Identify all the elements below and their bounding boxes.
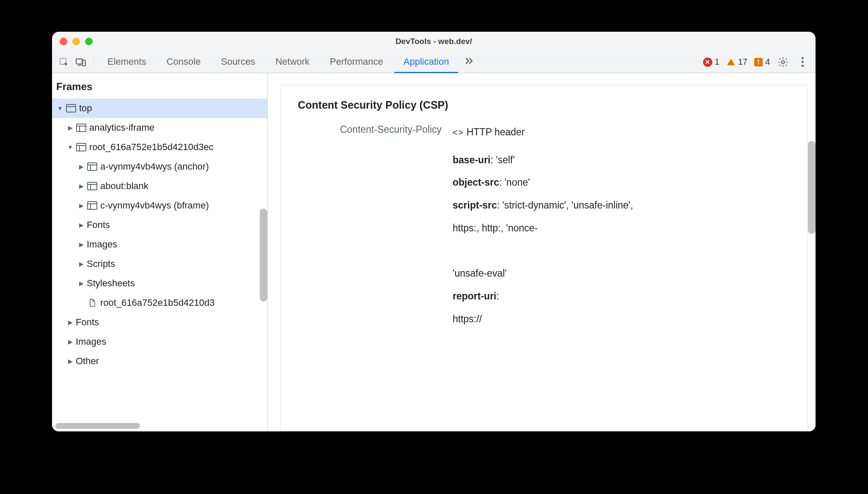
csp-directive (453, 242, 791, 260)
frames-sidebar: Frames topanalytics-iframeroot_616a752e1… (52, 73, 268, 431)
svg-rect-15 (88, 182, 97, 190)
issue-count[interactable]: ! 4 (754, 57, 770, 67)
csp-source-label: HTTP header (467, 123, 525, 142)
csp-directive: report-uri: (453, 287, 791, 306)
tab-elements[interactable]: Elements (98, 52, 156, 73)
sidebar-vertical-scrollbar[interactable] (260, 209, 267, 302)
tab-console[interactable]: Console (157, 52, 210, 73)
tree-row[interactable]: Stylesheets (52, 274, 267, 293)
fullscreen-window-button[interactable] (85, 38, 93, 45)
doc-icon (87, 299, 98, 307)
csp-header-key: Content-Security-Policy (298, 123, 442, 135)
csp-directive: https:// (453, 310, 791, 329)
frame-icon (87, 201, 98, 210)
csp-directive: script-src: 'strict-dynamic', 'unsafe-in… (453, 196, 791, 215)
tree-row[interactable]: a-vynmy4vb4wys (anchor) (52, 157, 267, 176)
window-traffic-lights (60, 38, 93, 45)
disclosure-triangle-icon[interactable] (57, 105, 63, 112)
disclosure-triangle-icon[interactable] (78, 183, 84, 189)
tree-row-label: root_616a752e1b5d4210d3ec (89, 142, 214, 153)
tree-row[interactable]: c-vynmy4vb4wys (bframe) (52, 196, 267, 215)
disclosure-triangle-icon[interactable] (67, 319, 73, 326)
code-icon: < > (453, 124, 462, 140)
tree-row-label: Scripts (87, 258, 115, 269)
toolbar-divider (93, 56, 94, 68)
svg-rect-4 (66, 104, 76, 112)
panel-tabs: Elements Console Sources Network Perform… (98, 51, 478, 73)
status-counts: ✕ 1 17 ! 4 (703, 57, 770, 67)
devtools-window: DevTools - web.dev/ Elements Console Sou… (52, 32, 816, 431)
more-menu-button[interactable] (795, 55, 810, 69)
disclosure-triangle-icon[interactable] (78, 163, 84, 170)
tab-application[interactable]: Application (394, 52, 459, 73)
tree-row-label: Images (76, 336, 106, 347)
element-picker-icon[interactable] (55, 54, 72, 71)
tree-row[interactable]: Fonts (52, 215, 267, 235)
tree-row[interactable]: Images (52, 235, 267, 254)
tree-row-label: Stylesheets (87, 278, 135, 289)
main-panel: Content Security Policy (CSP) Content-Se… (268, 73, 816, 431)
svg-rect-9 (77, 143, 86, 151)
csp-header-row: Content-Security-Policy < > HTTP header … (298, 123, 791, 332)
titlebar: DevTools - web.dev/ (52, 32, 816, 51)
tree-row-label: analytics-iframe (89, 122, 154, 133)
warning-icon (726, 58, 736, 67)
tree-row-label: Images (87, 239, 117, 250)
tree-row-label: c-vynmy4vb4wys (bframe) (100, 200, 209, 211)
settings-button[interactable] (776, 55, 790, 69)
disclosure-triangle-icon[interactable] (67, 338, 73, 345)
tab-sources[interactable]: Sources (212, 52, 264, 73)
csp-section: Content Security Policy (CSP) Content-Se… (280, 85, 808, 431)
warning-count[interactable]: 17 (726, 57, 747, 67)
csp-directive: 'unsafe-eval' (453, 264, 791, 283)
frame-icon (87, 162, 98, 171)
main-vertical-scrollbar[interactable] (808, 141, 816, 234)
window-icon (66, 104, 77, 113)
tree-row-label: Other (76, 356, 99, 367)
issue-count-value: 4 (765, 57, 770, 67)
more-tabs-button[interactable] (460, 56, 478, 69)
tree-row[interactable]: Fonts (52, 313, 267, 332)
sidebar-horizontal-scrollbar[interactable] (55, 423, 140, 429)
tree-row-label: about:blank (100, 181, 148, 192)
tree-row[interactable]: Other (52, 351, 267, 371)
tree-row-label: Fonts (87, 220, 110, 231)
disclosure-triangle-icon[interactable] (67, 144, 73, 151)
disclosure-triangle-icon[interactable] (67, 124, 73, 131)
error-count[interactable]: ✕ 1 (703, 57, 720, 67)
devtools-toolbar: Elements Console Sources Network Perform… (52, 51, 816, 73)
tree-row-label: Fonts (76, 317, 99, 328)
svg-rect-18 (88, 202, 97, 209)
tab-network[interactable]: Network (266, 52, 319, 73)
tree-row-label: top (79, 103, 92, 114)
disclosure-triangle-icon[interactable] (78, 280, 84, 287)
tree-row[interactable]: about:blank (52, 176, 267, 196)
csp-directive: https:, http:, 'nonce- (453, 219, 791, 238)
frame-icon (76, 124, 87, 132)
tree-row[interactable]: root_616a752e1b5d4210d3 (52, 293, 267, 313)
disclosure-triangle-icon[interactable] (78, 222, 84, 228)
frames-tree[interactable]: topanalytics-iframeroot_616a752e1b5d4210… (52, 99, 267, 431)
frame-icon (76, 143, 87, 151)
tab-performance[interactable]: Performance (321, 52, 393, 73)
tree-row-label: a-vynmy4vb4wys (anchor) (100, 161, 209, 172)
tree-row[interactable]: root_616a752e1b5d4210d3ec (52, 137, 267, 157)
devtools-body: Frames topanalytics-iframeroot_616a752e1… (52, 73, 816, 431)
disclosure-triangle-icon[interactable] (78, 202, 84, 209)
tree-row[interactable]: top (52, 99, 267, 118)
close-window-button[interactable] (60, 38, 67, 45)
section-title: Content Security Policy (CSP) (298, 99, 791, 111)
tree-row[interactable]: analytics-iframe (52, 118, 267, 137)
svg-point-3 (782, 60, 785, 63)
tree-row[interactable]: Scripts (52, 254, 267, 274)
issue-icon: ! (754, 58, 763, 66)
tree-row[interactable]: Images (52, 332, 267, 351)
error-count-value: 1 (715, 57, 720, 67)
device-toggle-icon[interactable] (72, 54, 89, 71)
disclosure-triangle-icon[interactable] (78, 261, 84, 267)
csp-directive: base-uri: 'self' (453, 151, 791, 170)
error-icon: ✕ (703, 58, 712, 67)
disclosure-triangle-icon[interactable] (78, 241, 84, 248)
minimize-window-button[interactable] (72, 38, 80, 45)
disclosure-triangle-icon[interactable] (67, 358, 73, 365)
